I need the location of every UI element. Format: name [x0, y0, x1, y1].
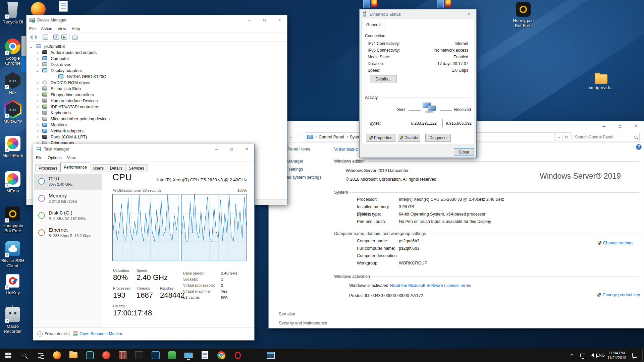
taskbar-command-prompt[interactable] — [131, 349, 147, 362]
expander-icon[interactable] — [36, 118, 39, 120]
expander-icon[interactable] — [36, 58, 39, 60]
task-view-button[interactable] — [32, 349, 48, 362]
back-icon[interactable] — [30, 35, 33, 40]
device-tree-item[interactable]: Display adapters — [27, 68, 285, 74]
device-tree-item[interactable]: Disk drives — [27, 62, 285, 68]
address-dropdown-button[interactable] — [555, 132, 562, 141]
change-settings-link[interactable]: Change settings — [598, 241, 633, 245]
tab[interactable]: Details — [107, 164, 126, 172]
tab-general[interactable]: General — [363, 21, 384, 28]
device-tree-item[interactable]: NVIDIA GRID K120Q — [27, 74, 285, 80]
device-tree-item[interactable]: Computer — [27, 56, 285, 62]
device-tree-item[interactable]: Audio inputs and outputs — [27, 50, 285, 56]
device-tree-item[interactable]: Ports (COM & LPT) — [27, 134, 285, 140]
menu-item[interactable]: File — [26, 25, 38, 33]
start-button[interactable] — [0, 349, 16, 362]
expander-icon[interactable] — [36, 130, 39, 132]
taskbar-honeygain[interactable] — [98, 349, 114, 362]
taskbar-app-blue[interactable] — [148, 349, 164, 362]
tab[interactable]: Users — [90, 164, 107, 172]
menu-item[interactable]: View — [55, 25, 69, 33]
desktop-icon-recycle-bin[interactable]: ↗ Recycle Bi — [0, 1, 25, 24]
device-tree-item[interactable]: DVD/CD-ROM drives — [27, 80, 285, 86]
desktop-icon-honeygain-bot-free[interactable]: ↗ Honeygain Bot Free — [0, 205, 25, 233]
expander-icon[interactable] — [36, 100, 39, 102]
menu-item[interactable]: File — [33, 154, 45, 162]
forward-icon[interactable] — [35, 35, 38, 40]
details-button[interactable]: Details... — [370, 75, 397, 83]
perf-item-memory[interactable]: Memory 3.2/4.0 GB (80%) — [34, 191, 102, 207]
taskbar-chrome[interactable] — [213, 349, 229, 362]
scan-hardware-icon[interactable] — [72, 35, 78, 40]
taskbar-firefox[interactable] — [49, 349, 65, 362]
close-button[interactable]: × — [272, 15, 287, 25]
menu-item[interactable]: Options — [45, 154, 64, 162]
taskbar-app-grid[interactable] — [115, 349, 131, 362]
desktop-icon-multi-memu[interactable]: ↗ Multi-MEm — [0, 135, 25, 158]
cut-desktop-shortcut-1[interactable] — [363, 0, 378, 10]
close-button[interactable]: × — [461, 9, 476, 19]
desktop-icon-bitvise-ssh-client[interactable]: ↗ Bitvise SSH Client — [0, 240, 25, 268]
tab[interactable]: Performance — [60, 163, 90, 172]
cpu-graph-1[interactable] — [112, 194, 179, 261]
fewer-details-icon[interactable] — [37, 331, 43, 337]
open-resource-monitor-link[interactable]: Open Resource Monitor — [79, 331, 122, 336]
show-desktop-button[interactable] — [642, 349, 644, 362]
tab[interactable]: Services — [125, 164, 148, 172]
expander-icon[interactable] — [36, 64, 39, 66]
desktop-icon-memu[interactable]: ↗ MEmu — [0, 170, 25, 193]
menu-item[interactable]: Help — [69, 25, 83, 33]
breadcrumb-control-panel[interactable]: Control Panel — [319, 135, 344, 139]
desktop-icon-unikey[interactable]: ↗ UniKey — [0, 272, 25, 295]
diagnose-button[interactable]: Diagnose — [425, 134, 451, 142]
device-tree-item[interactable]: Mice and other pointing devices — [27, 116, 285, 122]
search-button[interactable] — [16, 349, 32, 362]
expander-icon[interactable] — [36, 94, 39, 96]
menu-item[interactable]: Action — [38, 25, 55, 33]
expander-icon[interactable] — [36, 52, 39, 54]
desktop-icon-honeygain-top[interactable]: Honeygain Bot Free — [511, 2, 536, 28]
tab[interactable]: Processes — [35, 164, 61, 172]
expander-icon[interactable] — [36, 112, 39, 114]
fewer-details-button[interactable]: Fewer details — [45, 331, 68, 336]
expander-icon[interactable] — [36, 70, 39, 72]
maximize-button[interactable]: □ — [257, 15, 272, 25]
device-tree-item[interactable]: Keyboards — [27, 110, 285, 116]
taskbar-app-green[interactable] — [164, 349, 180, 362]
sidebar-link-security-and-maintenance[interactable]: Security and Maintenance — [279, 321, 327, 325]
properties-button[interactable]: Properties — [366, 134, 395, 142]
desktop-icon-nox[interactable]: nox ↗ Nox — [0, 72, 25, 95]
minimize-button[interactable]: ─ — [209, 144, 224, 154]
desktop-icon-xmrig[interactable]: xmrig-nvidi... — [588, 74, 614, 90]
perf-item-disk[interactable]: Disk 0 (C:) R: 0 KB/s W: 197 KB/s — [34, 208, 102, 224]
taskbar-nox[interactable] — [82, 349, 98, 362]
perf-item-ethernet[interactable]: Ethernet S: 288 Kbps R: 16.0 Kbps — [34, 226, 102, 241]
device-tree-item[interactable]: Floppy drive controllers — [27, 92, 285, 98]
help-icon[interactable]: ? — [53, 35, 59, 40]
device-tree-item[interactable]: Network adapters — [27, 128, 285, 134]
expander-icon[interactable] — [36, 82, 39, 84]
taskbar-window-app[interactable] — [263, 349, 279, 362]
action-icon[interactable]: ▶ — [61, 35, 67, 40]
disable-button[interactable]: Disable — [398, 134, 420, 142]
minimize-button[interactable]: ─ — [242, 15, 257, 25]
cut-desktop-shortcut-2[interactable] — [437, 0, 452, 10]
expander-icon[interactable] — [36, 136, 39, 138]
device-tree-item[interactable]: ps2qmi6b3 — [27, 44, 285, 50]
device-tree-item[interactable]: Human Interface Devices — [27, 98, 285, 104]
refresh-button[interactable]: ↻ — [562, 132, 571, 141]
up-arrow-button[interactable]: ↑ — [297, 134, 299, 139]
device-tree-item[interactable]: Eltima Usb Stub — [27, 86, 285, 92]
search-input[interactable] — [575, 135, 634, 139]
taskbar-notepad[interactable] — [197, 349, 213, 362]
dialog-titlebar[interactable]: Ethernet 2 Status — [360, 9, 476, 19]
desktop-icon-macro-recorder[interactable]: ↗ Macro Recorder — [0, 306, 25, 334]
close-button[interactable]: × — [629, 121, 644, 131]
search-box[interactable] — [573, 133, 640, 141]
show-console-tree-icon[interactable] — [43, 35, 48, 40]
expander-icon[interactable] — [36, 106, 39, 108]
perf-item-cpu[interactable]: CPU 80% 2.40 GHz — [34, 174, 102, 190]
maximize-button[interactable]: □ — [612, 121, 628, 131]
expander-icon[interactable] — [30, 46, 32, 48]
history-chevron-icon[interactable] — [290, 136, 292, 138]
